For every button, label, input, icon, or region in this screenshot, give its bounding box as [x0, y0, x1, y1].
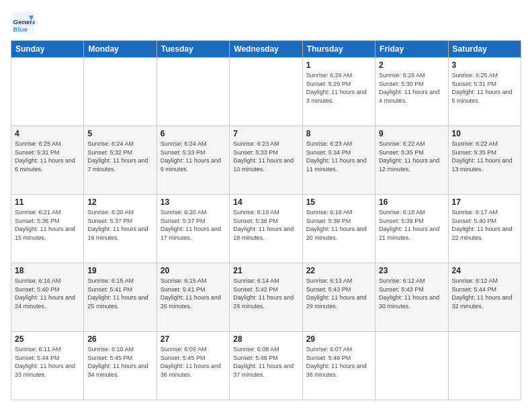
calendar-cell: 18Sunrise: 6:16 AM Sunset: 5:40 PM Dayli… — [11, 263, 84, 332]
calendar-cell: 4Sunrise: 6:25 AM Sunset: 5:31 PM Daylig… — [11, 126, 84, 195]
calendar-cell: 3Sunrise: 6:25 AM Sunset: 5:31 PM Daylig… — [448, 58, 521, 126]
day-info: Sunrise: 6:13 AM Sunset: 5:43 PM Dayligh… — [306, 277, 371, 310]
calendar-cell: 17Sunrise: 6:17 AM Sunset: 5:40 PM Dayli… — [448, 195, 521, 263]
day-info: Sunrise: 6:17 AM Sunset: 5:40 PM Dayligh… — [452, 208, 517, 242]
calendar-cell: 22Sunrise: 6:13 AM Sunset: 5:43 PM Dayli… — [302, 263, 375, 332]
day-info: Sunrise: 6:26 AM Sunset: 5:30 PM Dayligh… — [379, 71, 444, 105]
week-row-3: 11Sunrise: 6:21 AM Sunset: 5:36 PM Dayli… — [11, 195, 521, 263]
week-row-2: 4Sunrise: 6:25 AM Sunset: 5:31 PM Daylig… — [11, 126, 521, 195]
day-info: Sunrise: 6:12 AM Sunset: 5:43 PM Dayligh… — [379, 277, 444, 310]
weekday-header-row: SundayMondayTuesdayWednesdayThursdayFrid… — [11, 41, 521, 58]
calendar-cell: 28Sunrise: 6:08 AM Sunset: 5:46 PM Dayli… — [230, 332, 302, 400]
week-row-5: 25Sunrise: 6:11 AM Sunset: 5:44 PM Dayli… — [11, 332, 521, 400]
day-info: Sunrise: 6:24 AM Sunset: 5:32 PM Dayligh… — [87, 140, 152, 173]
day-number: 5 — [87, 129, 152, 138]
day-info: Sunrise: 6:22 AM Sunset: 5:35 PM Dayligh… — [452, 140, 517, 173]
weekday-header-monday: Monday — [84, 41, 157, 58]
day-info: Sunrise: 6:12 AM Sunset: 5:44 PM Dayligh… — [452, 277, 517, 310]
day-number: 26 — [87, 334, 152, 344]
day-info: Sunrise: 6:11 AM Sunset: 5:44 PM Dayligh… — [15, 345, 80, 379]
calendar-cell: 26Sunrise: 6:10 AM Sunset: 5:45 PM Dayli… — [84, 332, 157, 400]
page: General Blue SundayMondayTuesdayWednesda… — [0, 0, 532, 411]
week-row-4: 18Sunrise: 6:16 AM Sunset: 5:40 PM Dayli… — [11, 263, 521, 332]
calendar-cell: 11Sunrise: 6:21 AM Sunset: 5:36 PM Dayli… — [11, 195, 84, 263]
day-number: 25 — [15, 334, 80, 344]
calendar-cell: 13Sunrise: 6:20 AM Sunset: 5:37 PM Dayli… — [157, 195, 229, 263]
day-number: 23 — [379, 266, 444, 275]
calendar-cell: 10Sunrise: 6:22 AM Sunset: 5:35 PM Dayli… — [448, 126, 521, 195]
day-number: 28 — [233, 334, 298, 344]
calendar-cell: 15Sunrise: 6:18 AM Sunset: 5:39 PM Dayli… — [302, 195, 375, 263]
day-info: Sunrise: 6:14 AM Sunset: 5:42 PM Dayligh… — [233, 277, 298, 310]
day-number: 21 — [233, 266, 298, 275]
calendar-cell — [448, 332, 521, 400]
calendar-cell — [375, 332, 448, 400]
calendar-cell: 14Sunrise: 6:19 AM Sunset: 5:38 PM Dayli… — [230, 195, 302, 263]
day-number: 11 — [15, 197, 80, 207]
day-number: 12 — [87, 197, 152, 207]
calendar-cell: 24Sunrise: 6:12 AM Sunset: 5:44 PM Dayli… — [448, 263, 521, 332]
calendar-cell — [11, 58, 84, 126]
calendar-cell: 29Sunrise: 6:07 AM Sunset: 5:46 PM Dayli… — [302, 332, 375, 400]
day-number: 14 — [233, 197, 298, 207]
calendar-cell: 8Sunrise: 6:23 AM Sunset: 5:34 PM Daylig… — [302, 126, 375, 195]
day-info: Sunrise: 6:23 AM Sunset: 5:34 PM Dayligh… — [306, 140, 371, 173]
day-info: Sunrise: 6:25 AM Sunset: 5:31 PM Dayligh… — [452, 71, 517, 105]
calendar-cell: 19Sunrise: 6:15 AM Sunset: 5:41 PM Dayli… — [84, 263, 157, 332]
day-number: 29 — [306, 334, 371, 344]
day-number: 7 — [233, 129, 298, 138]
calendar-cell: 20Sunrise: 6:15 AM Sunset: 5:41 PM Dayli… — [157, 263, 229, 332]
day-info: Sunrise: 6:23 AM Sunset: 5:33 PM Dayligh… — [233, 140, 298, 173]
calendar-cell: 25Sunrise: 6:11 AM Sunset: 5:44 PM Dayli… — [11, 332, 84, 400]
day-info: Sunrise: 6:18 AM Sunset: 5:39 PM Dayligh… — [379, 208, 444, 242]
weekday-header-tuesday: Tuesday — [157, 41, 229, 58]
day-number: 20 — [161, 266, 226, 275]
calendar-cell: 23Sunrise: 6:12 AM Sunset: 5:43 PM Dayli… — [375, 263, 448, 332]
day-number: 19 — [87, 266, 152, 275]
calendar-cell: 7Sunrise: 6:23 AM Sunset: 5:33 PM Daylig… — [230, 126, 302, 195]
calendar-cell: 21Sunrise: 6:14 AM Sunset: 5:42 PM Dayli… — [230, 263, 302, 332]
day-info: Sunrise: 6:07 AM Sunset: 5:46 PM Dayligh… — [306, 345, 371, 379]
calendar-cell: 1Sunrise: 6:26 AM Sunset: 5:29 PM Daylig… — [302, 58, 375, 126]
calendar-table: SundayMondayTuesdayWednesdayThursdayFrid… — [11, 40, 521, 400]
day-number: 6 — [161, 129, 226, 138]
day-number: 16 — [379, 197, 444, 207]
day-number: 18 — [15, 266, 80, 275]
day-info: Sunrise: 6:16 AM Sunset: 5:40 PM Dayligh… — [15, 277, 80, 310]
day-number: 24 — [452, 266, 517, 275]
svg-text:Blue: Blue — [13, 26, 28, 33]
day-info: Sunrise: 6:19 AM Sunset: 5:38 PM Dayligh… — [233, 208, 298, 242]
day-info: Sunrise: 6:21 AM Sunset: 5:36 PM Dayligh… — [15, 208, 80, 242]
day-info: Sunrise: 6:15 AM Sunset: 5:41 PM Dayligh… — [87, 277, 152, 310]
day-number: 1 — [306, 60, 371, 70]
day-info: Sunrise: 6:20 AM Sunset: 5:37 PM Dayligh… — [161, 208, 226, 242]
day-number: 3 — [452, 60, 517, 70]
day-number: 17 — [452, 197, 517, 207]
day-info: Sunrise: 6:15 AM Sunset: 5:41 PM Dayligh… — [161, 277, 226, 310]
calendar-cell: 5Sunrise: 6:24 AM Sunset: 5:32 PM Daylig… — [84, 126, 157, 195]
day-number: 10 — [452, 129, 517, 138]
day-number: 4 — [15, 129, 80, 138]
day-info: Sunrise: 6:20 AM Sunset: 5:37 PM Dayligh… — [87, 208, 152, 242]
day-info: Sunrise: 6:25 AM Sunset: 5:31 PM Dayligh… — [15, 140, 80, 173]
day-info: Sunrise: 6:18 AM Sunset: 5:39 PM Dayligh… — [306, 208, 371, 242]
calendar-cell — [230, 58, 302, 126]
day-number: 13 — [161, 197, 226, 207]
calendar-cell: 27Sunrise: 6:09 AM Sunset: 5:45 PM Dayli… — [157, 332, 229, 400]
calendar-cell: 12Sunrise: 6:20 AM Sunset: 5:37 PM Dayli… — [84, 195, 157, 263]
weekday-header-saturday: Saturday — [448, 41, 521, 58]
day-number: 2 — [379, 60, 444, 70]
day-number: 27 — [161, 334, 226, 344]
calendar-cell: 9Sunrise: 6:22 AM Sunset: 5:35 PM Daylig… — [375, 126, 448, 195]
calendar-cell: 16Sunrise: 6:18 AM Sunset: 5:39 PM Dayli… — [375, 195, 448, 263]
day-number: 15 — [306, 197, 371, 207]
day-number: 22 — [306, 266, 371, 275]
calendar-cell: 6Sunrise: 6:24 AM Sunset: 5:33 PM Daylig… — [157, 126, 229, 195]
day-info: Sunrise: 6:10 AM Sunset: 5:45 PM Dayligh… — [87, 345, 152, 379]
weekday-header-wednesday: Wednesday — [230, 41, 302, 58]
weekday-header-sunday: Sunday — [11, 41, 84, 58]
day-info: Sunrise: 6:26 AM Sunset: 5:29 PM Dayligh… — [306, 71, 371, 105]
day-number: 8 — [306, 129, 371, 138]
day-number: 9 — [379, 129, 444, 138]
day-info: Sunrise: 6:24 AM Sunset: 5:33 PM Dayligh… — [161, 140, 226, 173]
